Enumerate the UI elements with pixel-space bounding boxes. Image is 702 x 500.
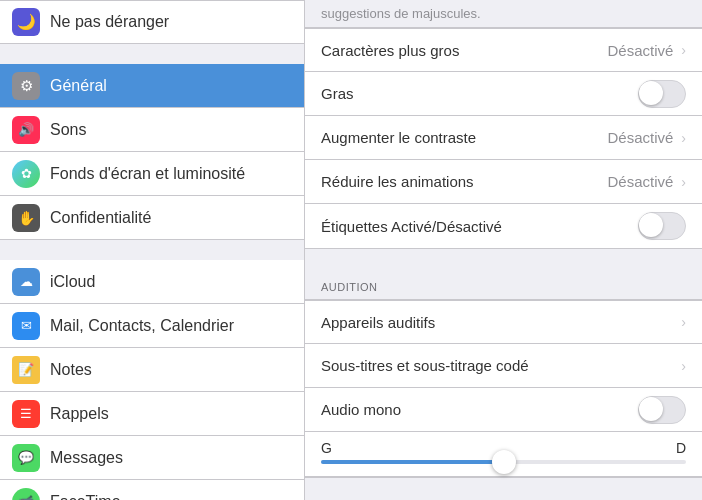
gras-label: Gras <box>321 85 354 102</box>
sidebar-item-general[interactable]: ⚙ Général <box>0 64 304 108</box>
wallpaper-icon: ✿ <box>12 160 40 188</box>
sidebar-label-rappels: Rappels <box>50 405 109 423</box>
facetime-icon: 📹 <box>12 488 40 501</box>
etiquettes-label: Étiquettes Activé/Désactivé <box>321 218 502 235</box>
sidebar-label-sons: Sons <box>50 121 86 139</box>
caracteres-value: Désactivé › <box>607 42 686 59</box>
display-group: Caractères plus gros Désactivé › Gras Au… <box>305 27 702 249</box>
sidebar-item-mail[interactable]: ✉ Mail, Contacts, Calendrier <box>0 304 304 348</box>
caracteres-label: Caractères plus gros <box>321 42 459 59</box>
contraste-label: Augmenter le contraste <box>321 129 476 146</box>
row-mono[interactable]: Audio mono <box>305 388 702 432</box>
sidebar-label-icloud: iCloud <box>50 273 95 291</box>
appareils-chevron: › <box>681 314 686 330</box>
row-gras[interactable]: Gras <box>305 72 702 116</box>
gap-audition <box>305 249 702 269</box>
mono-label: Audio mono <box>321 401 401 418</box>
slider-right-label: D <box>676 440 686 456</box>
sidebar-label-notes: Notes <box>50 361 92 379</box>
audition-group: Appareils auditifs › Sous-titres et sous… <box>305 299 702 478</box>
icloud-icon: ☁ <box>12 268 40 296</box>
appareils-value: › <box>677 314 686 330</box>
sidebar-label-general: Général <box>50 77 107 95</box>
animations-chevron: › <box>681 174 686 190</box>
soustitres-label: Sous-titres et sous-titrage codé <box>321 357 529 374</box>
sidebar-gap-1 <box>0 44 304 64</box>
gras-toggle-knob <box>639 81 663 105</box>
sidebar-item-dnd[interactable]: 🌙 Ne pas déranger <box>0 0 304 44</box>
gras-toggle[interactable] <box>638 80 686 108</box>
sounds-icon: 🔊 <box>12 116 40 144</box>
content-panel: suggestions de majuscules. Caractères pl… <box>305 0 702 500</box>
contraste-chevron: › <box>681 130 686 146</box>
row-animations[interactable]: Réduire les animations Désactivé › <box>305 160 702 204</box>
sidebar-item-icloud[interactable]: ☁ iCloud <box>0 260 304 304</box>
row-caracteres[interactable]: Caractères plus gros Désactivé › <box>305 28 702 72</box>
notes-icon: 📝 <box>12 356 40 384</box>
etiquettes-toggle[interactable] <box>638 212 686 240</box>
sidebar-item-wallpaper[interactable]: ✿ Fonds d'écran et luminosité <box>0 152 304 196</box>
sidebar-label-messages: Messages <box>50 449 123 467</box>
soustitres-chevron: › <box>681 358 686 374</box>
top-hint: suggestions de majuscules. <box>305 0 702 27</box>
mono-toggle-knob <box>639 397 663 421</box>
sidebar-label-wallpaper: Fonds d'écran et luminosité <box>50 165 245 183</box>
sidebar-item-notes[interactable]: 📝 Notes <box>0 348 304 392</box>
sidebar-item-privacy[interactable]: ✋ Confidentialité <box>0 196 304 240</box>
slider-left-label: G <box>321 440 332 456</box>
mono-toggle[interactable] <box>638 396 686 424</box>
soustitres-value: › <box>677 358 686 374</box>
row-soustitres[interactable]: Sous-titres et sous-titrage codé › <box>305 344 702 388</box>
balance-slider-fill <box>321 460 504 464</box>
contraste-value: Désactivé › <box>607 129 686 146</box>
row-contraste[interactable]: Augmenter le contraste Désactivé › <box>305 116 702 160</box>
sidebar-label-privacy: Confidentialité <box>50 209 151 227</box>
sidebar-item-messages[interactable]: 💬 Messages <box>0 436 304 480</box>
sidebar-item-facetime[interactable]: 📹 FaceTime <box>0 480 304 500</box>
dnd-icon: 🌙 <box>12 8 40 36</box>
balance-slider-row: G D <box>305 432 702 477</box>
animations-label: Réduire les animations <box>321 173 474 190</box>
animations-value: Désactivé › <box>607 173 686 190</box>
sidebar-label-mail: Mail, Contacts, Calendrier <box>50 317 234 335</box>
gap-apprentissage <box>305 478 702 498</box>
row-etiquettes[interactable]: Étiquettes Activé/Désactivé <box>305 204 702 248</box>
balance-slider-thumb[interactable] <box>492 450 516 474</box>
sidebar-item-rappels[interactable]: ☰ Rappels <box>0 392 304 436</box>
sidebar-label-facetime: FaceTime <box>50 493 121 501</box>
general-icon: ⚙ <box>12 72 40 100</box>
audition-header: AUDITION <box>305 269 702 299</box>
privacy-icon: ✋ <box>12 204 40 232</box>
rappels-icon: ☰ <box>12 400 40 428</box>
row-appareils[interactable]: Appareils auditifs › <box>305 300 702 344</box>
sidebar-gap-2 <box>0 240 304 260</box>
messages-icon: 💬 <box>12 444 40 472</box>
balance-slider-track[interactable] <box>321 460 686 464</box>
etiquettes-toggle-knob <box>639 213 663 237</box>
sidebar-label-dnd: Ne pas déranger <box>50 13 169 31</box>
sidebar-item-sons[interactable]: 🔊 Sons <box>0 108 304 152</box>
sidebar: 🌙 Ne pas déranger ⚙ Général 🔊 Sons ✿ Fon… <box>0 0 305 500</box>
appareils-label: Appareils auditifs <box>321 314 435 331</box>
caracteres-chevron: › <box>681 42 686 58</box>
mail-icon: ✉ <box>12 312 40 340</box>
